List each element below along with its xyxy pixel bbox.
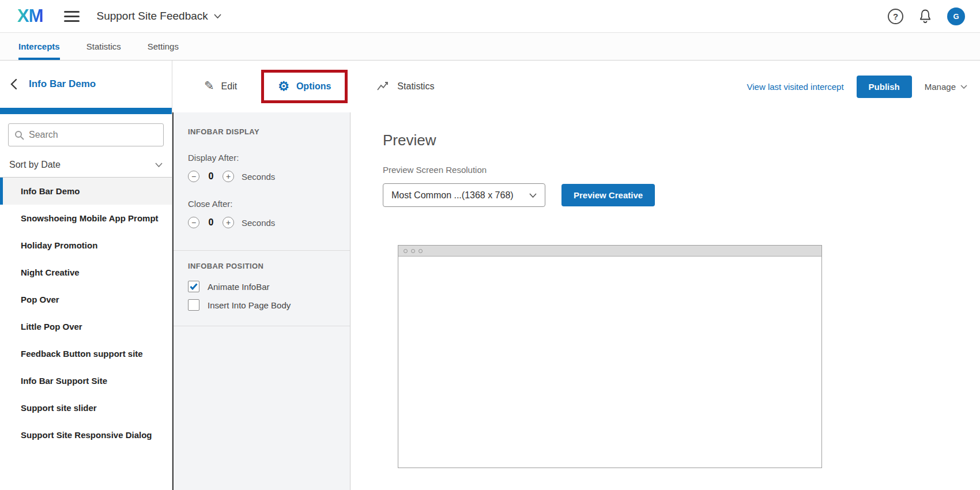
minus-button[interactable]: − [188, 171, 199, 182]
section-divider [174, 326, 350, 326]
preview-screen-resolution-label: Preview Screen Resolution [383, 165, 980, 175]
window-dot-icon [419, 249, 423, 253]
display-after-value: 0 [207, 171, 215, 182]
seconds-label: Seconds [242, 172, 275, 182]
sidebar-header-title: Info Bar Demo [29, 78, 96, 90]
project-switcher[interactable]: Support Site Feedback [97, 10, 221, 22]
xm-logo[interactable]: XM [17, 6, 43, 27]
browser-preview-frame [398, 245, 822, 468]
manage-dropdown[interactable]: Manage [925, 82, 967, 92]
statistics-label: Statistics [397, 81, 434, 92]
infobar-display-section-title: INFOBAR DISPLAY [188, 112, 340, 136]
chevron-down-icon [214, 14, 221, 18]
list-item-feedback-button-support-site[interactable]: Feedback Button support site [0, 340, 172, 367]
intercepts-sidebar: Info Bar Demo Sort by Date Info Bar Demo… [0, 61, 172, 490]
list-item-snowshoeing-mobile-app-prompt[interactable]: Snowshoeing Mobile App Prompt [0, 205, 172, 232]
tab-settings[interactable]: Settings [148, 33, 179, 60]
list-item-info-bar-demo[interactable]: Info Bar Demo [0, 178, 172, 205]
preview-title: Preview [383, 131, 980, 149]
insert-into-page-body-option[interactable]: Insert Into Page Body [188, 299, 340, 311]
tab-intercepts[interactable]: Intercepts [18, 33, 60, 60]
list-item-holiday-promotion[interactable]: Holiday Promotion [0, 232, 172, 259]
primary-nav-tabs: Intercepts Statistics Settings [0, 33, 980, 61]
minus-button[interactable]: − [188, 217, 199, 228]
statistics-button[interactable]: Statistics [376, 81, 434, 92]
preview-creative-button[interactable]: Preview Creative [561, 184, 655, 206]
list-item-pop-over[interactable]: Pop Over [0, 286, 172, 313]
animate-infobar-label: Animate InfoBar [208, 282, 270, 292]
list-item-support-site-responsive-dialog[interactable]: Support Site Responsive Dialog [0, 421, 172, 448]
line-chart-icon [376, 81, 390, 92]
edit-label: Edit [221, 81, 238, 92]
sort-by-date-dropdown[interactable]: Sort by Date [0, 152, 172, 178]
options-button[interactable]: ⚙ Options [278, 80, 331, 93]
list-item-night-creative[interactable]: Night Creative [0, 259, 172, 286]
display-after-stepper: − 0 + Seconds [188, 171, 340, 182]
intercept-list: Info Bar Demo Snowshoeing Mobile App Pro… [0, 178, 172, 448]
close-after-label: Close After: [188, 199, 340, 209]
check-icon [190, 283, 198, 290]
project-title: Support Site Feedback [97, 10, 208, 22]
back-chevron-icon[interactable] [8, 76, 20, 92]
display-after-label: Display After: [188, 153, 340, 163]
tab-statistics[interactable]: Statistics [86, 33, 121, 60]
window-dot-icon [404, 249, 408, 253]
close-after-value: 0 [207, 217, 215, 228]
creative-toolbar: ✎ Edit ⚙ Options Statistics View last vi… [172, 61, 980, 112]
animate-infobar-option[interactable]: Animate InfoBar [188, 281, 340, 292]
chevron-down-icon [529, 193, 537, 198]
plus-button[interactable]: + [223, 217, 234, 228]
list-item-support-site-slider[interactable]: Support site slider [0, 394, 172, 421]
browser-titlebar [398, 246, 821, 257]
manage-label: Manage [925, 82, 956, 92]
preview-section: Preview Preview Screen Resolution Most C… [350, 112, 980, 490]
help-icon[interactable]: ? [888, 9, 903, 24]
infobar-options-panel: INFOBAR DISPLAY Display After: − 0 + Sec… [172, 112, 350, 490]
insert-into-page-body-label: Insert Into Page Body [208, 300, 291, 310]
red-annotation-box: ⚙ Options [261, 70, 348, 103]
chevron-down-icon [155, 163, 163, 167]
options-label: Options [296, 81, 331, 92]
list-item-little-pop-over[interactable]: Little Pop Over [0, 313, 172, 340]
resolution-selected-value: Most Common ...(1368 x 768) [391, 190, 514, 201]
sidebar-search-box [8, 123, 164, 146]
infobar-position-section-title: INFOBAR POSITION [188, 251, 340, 270]
publish-button[interactable]: Publish [857, 76, 912, 98]
search-input[interactable] [29, 130, 157, 140]
insert-into-page-body-checkbox[interactable] [188, 299, 199, 311]
search-icon [14, 130, 24, 140]
gear-icon: ⚙ [278, 80, 289, 93]
top-bar: XM Support Site Feedback ? G [0, 0, 980, 33]
chevron-down-icon [960, 85, 967, 89]
hamburger-menu-icon[interactable] [64, 8, 80, 25]
window-dot-icon [411, 249, 415, 253]
notifications-bell-icon[interactable] [918, 9, 932, 24]
seconds-label: Seconds [242, 218, 275, 228]
edit-button[interactable]: ✎ Edit [204, 80, 237, 93]
animate-infobar-checkbox[interactable] [188, 281, 199, 292]
pencil-icon: ✎ [204, 79, 214, 93]
plus-button[interactable]: + [223, 171, 234, 182]
sidebar-accent-bar [0, 108, 172, 114]
sort-label: Sort by Date [9, 160, 61, 170]
resolution-select[interactable]: Most Common ...(1368 x 768) [383, 183, 545, 207]
view-last-visited-intercept-link[interactable]: View last visited intercept [747, 82, 843, 92]
user-avatar[interactable]: G [947, 7, 965, 25]
list-item-info-bar-support-site[interactable]: Info Bar Support Site [0, 367, 172, 394]
close-after-stepper: − 0 + Seconds [188, 217, 340, 228]
